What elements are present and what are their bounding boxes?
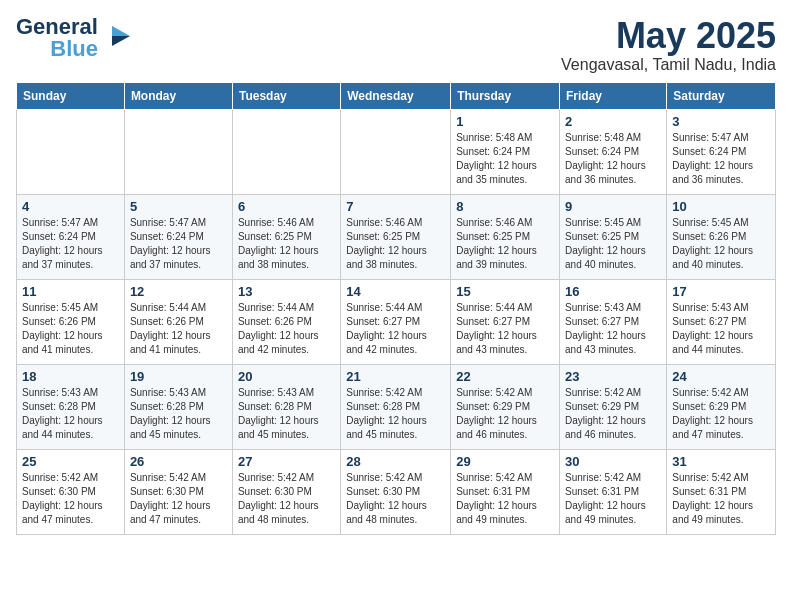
calendar-cell: 31Sunrise: 5:42 AMSunset: 6:31 PMDayligh…: [667, 449, 776, 534]
header-thursday: Thursday: [451, 82, 560, 109]
day-number: 2: [565, 114, 661, 129]
day-number: 3: [672, 114, 770, 129]
calendar-cell: 11Sunrise: 5:45 AMSunset: 6:26 PMDayligh…: [17, 279, 125, 364]
calendar-cell: [17, 109, 125, 194]
calendar-cell: 2Sunrise: 5:48 AMSunset: 6:24 PMDaylight…: [560, 109, 667, 194]
day-number: 1: [456, 114, 554, 129]
calendar-cell: 3Sunrise: 5:47 AMSunset: 6:24 PMDaylight…: [667, 109, 776, 194]
calendar-cell: 15Sunrise: 5:44 AMSunset: 6:27 PMDayligh…: [451, 279, 560, 364]
day-info: Sunrise: 5:42 AMSunset: 6:30 PMDaylight:…: [130, 471, 227, 527]
calendar-header: Sunday Monday Tuesday Wednesday Thursday…: [17, 82, 776, 109]
day-number: 9: [565, 199, 661, 214]
day-number: 27: [238, 454, 335, 469]
day-info: Sunrise: 5:47 AMSunset: 6:24 PMDaylight:…: [22, 216, 119, 272]
day-number: 28: [346, 454, 445, 469]
day-number: 13: [238, 284, 335, 299]
month-title: May 2025: [561, 16, 776, 56]
day-number: 14: [346, 284, 445, 299]
day-number: 17: [672, 284, 770, 299]
title-block: May 2025 Vengavasal, Tamil Nadu, India: [561, 16, 776, 74]
day-number: 7: [346, 199, 445, 214]
day-info: Sunrise: 5:46 AMSunset: 6:25 PMDaylight:…: [346, 216, 445, 272]
day-info: Sunrise: 5:44 AMSunset: 6:27 PMDaylight:…: [346, 301, 445, 357]
day-number: 18: [22, 369, 119, 384]
day-info: Sunrise: 5:42 AMSunset: 6:30 PMDaylight:…: [22, 471, 119, 527]
day-number: 30: [565, 454, 661, 469]
day-info: Sunrise: 5:44 AMSunset: 6:26 PMDaylight:…: [238, 301, 335, 357]
day-number: 31: [672, 454, 770, 469]
day-info: Sunrise: 5:42 AMSunset: 6:30 PMDaylight:…: [346, 471, 445, 527]
day-info: Sunrise: 5:44 AMSunset: 6:26 PMDaylight:…: [130, 301, 227, 357]
page-header: General Blue May 2025 Vengavasal, Tamil …: [16, 16, 776, 74]
day-number: 29: [456, 454, 554, 469]
day-info: Sunrise: 5:47 AMSunset: 6:24 PMDaylight:…: [672, 131, 770, 187]
calendar-cell: 12Sunrise: 5:44 AMSunset: 6:26 PMDayligh…: [124, 279, 232, 364]
day-info: Sunrise: 5:43 AMSunset: 6:28 PMDaylight:…: [22, 386, 119, 442]
day-number: 24: [672, 369, 770, 384]
calendar-cell: 26Sunrise: 5:42 AMSunset: 6:30 PMDayligh…: [124, 449, 232, 534]
day-info: Sunrise: 5:42 AMSunset: 6:30 PMDaylight:…: [238, 471, 335, 527]
calendar-cell: 24Sunrise: 5:42 AMSunset: 6:29 PMDayligh…: [667, 364, 776, 449]
day-number: 19: [130, 369, 227, 384]
calendar-cell: 18Sunrise: 5:43 AMSunset: 6:28 PMDayligh…: [17, 364, 125, 449]
calendar-cell: 8Sunrise: 5:46 AMSunset: 6:25 PMDaylight…: [451, 194, 560, 279]
calendar-cell: 19Sunrise: 5:43 AMSunset: 6:28 PMDayligh…: [124, 364, 232, 449]
logo: General Blue: [16, 16, 132, 60]
header-saturday: Saturday: [667, 82, 776, 109]
day-info: Sunrise: 5:46 AMSunset: 6:25 PMDaylight:…: [456, 216, 554, 272]
calendar-cell: 30Sunrise: 5:42 AMSunset: 6:31 PMDayligh…: [560, 449, 667, 534]
day-number: 21: [346, 369, 445, 384]
header-sunday: Sunday: [17, 82, 125, 109]
day-number: 16: [565, 284, 661, 299]
day-number: 26: [130, 454, 227, 469]
calendar-cell: 29Sunrise: 5:42 AMSunset: 6:31 PMDayligh…: [451, 449, 560, 534]
calendar-cell: [341, 109, 451, 194]
day-number: 4: [22, 199, 119, 214]
location-subtitle: Vengavasal, Tamil Nadu, India: [561, 56, 776, 74]
day-number: 6: [238, 199, 335, 214]
calendar-cell: 14Sunrise: 5:44 AMSunset: 6:27 PMDayligh…: [341, 279, 451, 364]
calendar-cell: 17Sunrise: 5:43 AMSunset: 6:27 PMDayligh…: [667, 279, 776, 364]
calendar-cell: 16Sunrise: 5:43 AMSunset: 6:27 PMDayligh…: [560, 279, 667, 364]
day-number: 22: [456, 369, 554, 384]
day-info: Sunrise: 5:45 AMSunset: 6:26 PMDaylight:…: [672, 216, 770, 272]
day-info: Sunrise: 5:42 AMSunset: 6:31 PMDaylight:…: [672, 471, 770, 527]
header-wednesday: Wednesday: [341, 82, 451, 109]
day-info: Sunrise: 5:45 AMSunset: 6:25 PMDaylight:…: [565, 216, 661, 272]
calendar-cell: 4Sunrise: 5:47 AMSunset: 6:24 PMDaylight…: [17, 194, 125, 279]
day-info: Sunrise: 5:47 AMSunset: 6:24 PMDaylight:…: [130, 216, 227, 272]
day-number: 11: [22, 284, 119, 299]
calendar-cell: 1Sunrise: 5:48 AMSunset: 6:24 PMDaylight…: [451, 109, 560, 194]
header-tuesday: Tuesday: [232, 82, 340, 109]
header-friday: Friday: [560, 82, 667, 109]
calendar-cell: 13Sunrise: 5:44 AMSunset: 6:26 PMDayligh…: [232, 279, 340, 364]
logo-blue: Blue: [50, 38, 98, 60]
calendar-cell: 9Sunrise: 5:45 AMSunset: 6:25 PMDaylight…: [560, 194, 667, 279]
day-info: Sunrise: 5:42 AMSunset: 6:29 PMDaylight:…: [565, 386, 661, 442]
svg-marker-1: [112, 36, 130, 46]
day-info: Sunrise: 5:42 AMSunset: 6:29 PMDaylight:…: [672, 386, 770, 442]
day-number: 8: [456, 199, 554, 214]
day-info: Sunrise: 5:43 AMSunset: 6:28 PMDaylight:…: [238, 386, 335, 442]
day-info: Sunrise: 5:43 AMSunset: 6:27 PMDaylight:…: [672, 301, 770, 357]
day-info: Sunrise: 5:43 AMSunset: 6:27 PMDaylight:…: [565, 301, 661, 357]
day-info: Sunrise: 5:48 AMSunset: 6:24 PMDaylight:…: [565, 131, 661, 187]
day-info: Sunrise: 5:44 AMSunset: 6:27 PMDaylight:…: [456, 301, 554, 357]
calendar-cell: 27Sunrise: 5:42 AMSunset: 6:30 PMDayligh…: [232, 449, 340, 534]
calendar-cell: 28Sunrise: 5:42 AMSunset: 6:30 PMDayligh…: [341, 449, 451, 534]
calendar-cell: 6Sunrise: 5:46 AMSunset: 6:25 PMDaylight…: [232, 194, 340, 279]
day-number: 5: [130, 199, 227, 214]
day-number: 20: [238, 369, 335, 384]
calendar-cell: [232, 109, 340, 194]
calendar-body: 1Sunrise: 5:48 AMSunset: 6:24 PMDaylight…: [17, 109, 776, 534]
day-info: Sunrise: 5:45 AMSunset: 6:26 PMDaylight:…: [22, 301, 119, 357]
day-info: Sunrise: 5:42 AMSunset: 6:29 PMDaylight:…: [456, 386, 554, 442]
calendar-cell: 22Sunrise: 5:42 AMSunset: 6:29 PMDayligh…: [451, 364, 560, 449]
day-info: Sunrise: 5:46 AMSunset: 6:25 PMDaylight:…: [238, 216, 335, 272]
day-info: Sunrise: 5:42 AMSunset: 6:28 PMDaylight:…: [346, 386, 445, 442]
day-info: Sunrise: 5:48 AMSunset: 6:24 PMDaylight:…: [456, 131, 554, 187]
day-number: 12: [130, 284, 227, 299]
calendar-cell: [124, 109, 232, 194]
calendar-cell: 25Sunrise: 5:42 AMSunset: 6:30 PMDayligh…: [17, 449, 125, 534]
day-info: Sunrise: 5:42 AMSunset: 6:31 PMDaylight:…: [456, 471, 554, 527]
